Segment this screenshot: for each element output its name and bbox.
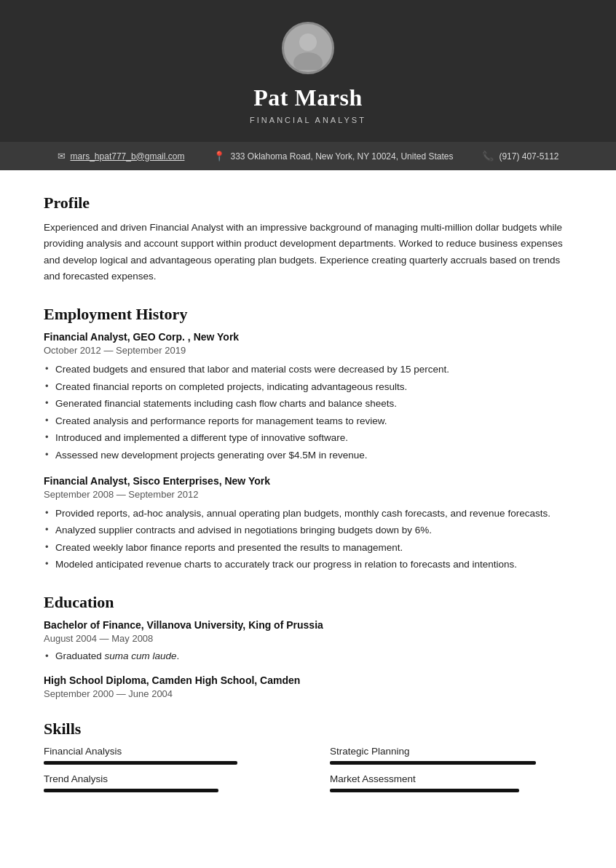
degree-1-dates: August 2004 — May 2008 (44, 633, 572, 644)
header-title: FINANCIAL ANALYST (15, 116, 601, 124)
list-item: Graduated suma cum laude. (44, 648, 572, 664)
job-1-bullets: Created budgets and ensured that labor a… (44, 362, 572, 463)
job-2-dates: September 2008 — September 2012 (44, 489, 572, 500)
education-title: Education (44, 593, 572, 612)
job-2-bullets: Provided reports, ad-hoc analysis, annua… (44, 506, 572, 573)
skill-bar (44, 761, 237, 765)
education-section: Education Bachelor of Finance, Villanova… (44, 593, 572, 699)
skill-label: Market Assessment (330, 773, 572, 784)
skill-bar (44, 789, 218, 792)
degree-2: High School Diploma, Camden High School,… (44, 674, 572, 699)
list-item: Assessed new development projects genera… (44, 447, 572, 463)
degree-1: Bachelor of Finance, Villanova Universit… (44, 619, 572, 664)
main-content: Profile Experienced and driven Financial… (0, 170, 616, 842)
degree-2-dates: September 2000 — June 2004 (44, 688, 572, 699)
header-name: Pat Marsh (15, 84, 601, 111)
contact-address: 📍 333 Oklahoma Road, New York, NY 10024,… (213, 151, 453, 162)
list-item: Created weekly labor finance reports and… (44, 540, 572, 556)
job-2-title: Financial Analyst, Sisco Enterprises, Ne… (44, 475, 572, 487)
degree-2-title: High School Diploma, Camden High School,… (44, 674, 572, 686)
job-1-dates: October 2012 — September 2019 (44, 345, 572, 356)
job-1: Financial Analyst, GEO Corp. , New York … (44, 331, 572, 463)
avatar (282, 22, 334, 74)
skill-bar (330, 761, 536, 765)
contact-phone: 📞 (917) 407-5112 (482, 151, 558, 162)
profile-title: Profile (44, 194, 572, 212)
skill-label: Financial Analysis (44, 746, 286, 757)
contact-bar: ✉ mars_hpat777_b@gmail.com 📍 333 Oklahom… (0, 142, 616, 170)
phone-icon: 📞 (482, 151, 494, 162)
list-item: Created analysis and performance reports… (44, 413, 572, 429)
profile-text: Experienced and driven Financial Analyst… (44, 220, 572, 284)
address-text: 333 Oklahoma Road, New York, NY 10024, U… (230, 151, 453, 162)
list-item: Generated financial statements including… (44, 396, 572, 412)
profile-section: Profile Experienced and driven Financial… (44, 194, 572, 284)
list-item: Introduced and implemented a different t… (44, 430, 572, 446)
header-section: Pat Marsh FINANCIAL ANALYST (0, 0, 616, 142)
skill-market-assessment: Market Assessment (330, 773, 572, 792)
skill-financial-analysis: Financial Analysis (44, 746, 286, 765)
list-item: Created budgets and ensured that labor a… (44, 362, 572, 378)
resume-document: Pat Marsh FINANCIAL ANALYST ✉ mars_hpat7… (0, 0, 616, 868)
skill-label: Trend Analysis (44, 773, 286, 784)
job-2: Financial Analyst, Sisco Enterprises, Ne… (44, 475, 572, 573)
list-item: Analyzed supplier contracts and advised … (44, 522, 572, 538)
contact-email: ✉ mars_hpat777_b@gmail.com (58, 151, 185, 162)
email-link[interactable]: mars_hpat777_b@gmail.com (71, 151, 185, 162)
svg-point-0 (299, 33, 317, 51)
degree-1-title: Bachelor of Finance, Villanova Universit… (44, 619, 572, 631)
phone-text: (917) 407-5112 (499, 151, 558, 162)
employment-title: Employment History (44, 305, 572, 324)
list-item: Provided reports, ad-hoc analysis, annua… (44, 506, 572, 522)
list-item: Modeled anticipated revenue charts to ac… (44, 557, 572, 573)
skill-strategic-planning: Strategic Planning (330, 746, 572, 765)
job-1-title: Financial Analyst, GEO Corp. , New York (44, 331, 572, 343)
location-icon: 📍 (213, 151, 225, 162)
email-icon: ✉ (58, 151, 66, 162)
degree-1-bullets: Graduated suma cum laude. (44, 648, 572, 664)
skills-grid: Financial Analysis Strategic Planning Tr… (44, 746, 572, 792)
skill-label: Strategic Planning (330, 746, 572, 757)
skill-bar (330, 789, 519, 792)
employment-section: Employment History Financial Analyst, GE… (44, 305, 572, 573)
skills-section: Skills Financial Analysis Strategic Plan… (44, 720, 572, 792)
skill-trend-analysis: Trend Analysis (44, 773, 286, 792)
list-item: Created financial reports on completed p… (44, 379, 572, 395)
skills-title: Skills (44, 720, 572, 738)
svg-point-1 (293, 52, 323, 70)
